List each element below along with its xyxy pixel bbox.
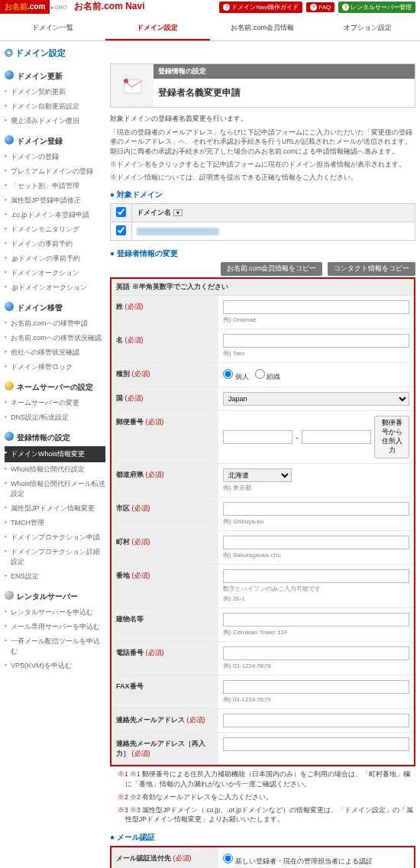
sidebar-item[interactable]: 一斉メール配信ツールを申込む (5, 634, 105, 659)
btn-guide[interactable]: ?ドメインNavi操作ガイド (219, 2, 302, 13)
sidebar-item[interactable]: 廃止済みドメイン復旧 (5, 114, 105, 128)
btn-faq[interactable]: ?FAQ (306, 2, 334, 12)
sidebar-item[interactable]: ドメインプロテクション詳細設定 (5, 545, 105, 569)
sidebar-item[interactable]: TMCH管理 (5, 516, 105, 530)
radio-kind-org[interactable]: 組織 (255, 373, 281, 381)
checkbox-all[interactable] (116, 207, 126, 217)
sidebar-item[interactable]: VPS(KVM)を申込む (5, 659, 105, 673)
label-fax: FAX番号 (111, 675, 218, 708)
domain-name-cell[interactable]: xxxxxxx.xxx (132, 222, 415, 241)
sidebar-item[interactable]: お名前.comへの移管状況確認 (5, 331, 105, 345)
sidebar-item-whois-change[interactable]: ドメインWhois情報変更 (5, 446, 105, 462)
sidebar-item[interactable]: 属性型JP登録申請修正 (5, 193, 105, 208)
sidebar-item[interactable]: プレミアムドメインの登録 (5, 164, 105, 179)
sidebar-item[interactable]: ドメインの事前予約 (5, 237, 105, 251)
label-tel: 電話番号 (必須) (111, 642, 218, 675)
sidebar-item[interactable]: ドメイン契約更新 (5, 85, 105, 99)
label-town: 町村 (必須) (111, 531, 218, 564)
sidebar-item[interactable]: ドメインの登録 (5, 150, 105, 164)
hint: 例) 26-1 (223, 594, 409, 603)
btn-rental[interactable]: ?レンタルサーバー管理 (338, 2, 415, 13)
intro-text: 対象ドメインの登録者名義変更を行います。 (110, 114, 415, 125)
sidebar-item[interactable]: レンタルサーバーを申込む (5, 605, 105, 620)
tab-options[interactable]: オプション設定 (315, 17, 421, 40)
input-postal2[interactable] (302, 430, 371, 444)
sidebar-item[interactable]: ドメインモニタリング (5, 222, 105, 237)
sidebar-group-reginfo: 登録情報の設定 (5, 429, 105, 446)
intro-text: ※ドメイン名をクリックすると下記申請フォームに現在のドメイン担当者情報が表示され… (110, 160, 415, 170)
sidebar-group-rental: レンタルサーバー (5, 588, 105, 605)
checkbox-domain[interactable] (116, 225, 126, 235)
sidebar-item[interactable]: お名前.comへの移管申請 (5, 316, 105, 331)
intro-text: ※ドメイン情報については、証明書を提出できる正確な情報をご入力ください。 (110, 173, 415, 183)
sidebar-item[interactable]: ドメインオークション (5, 266, 105, 280)
input-mail2[interactable] (223, 737, 409, 751)
tab-member-info[interactable]: お名前.com会員情報 (210, 17, 315, 40)
sidebar-item[interactable]: .jpドメインオークション (5, 280, 105, 295)
sidebar-item[interactable]: Whois情報公開代行メール転送設定 (5, 477, 105, 501)
header: お名前.com▸GMO お名前.com Navi ?ドメインNavi操作ガイド … (0, 0, 420, 17)
header-buttons: ?ドメインNavi操作ガイド ?FAQ ?レンタルサーバー管理 (218, 2, 415, 13)
sidebar-item[interactable]: ENS設定 (5, 569, 105, 584)
input-fax[interactable] (223, 680, 409, 694)
hint: 例) Sakuragaoka-cho (223, 551, 409, 559)
footnote: ※3 ※3 属性型JPドメイン（.co.jp、.or.jpドメインなど）の情報変… (118, 805, 415, 825)
section-title: ドメイン設定 (0, 41, 420, 63)
sidebar-item[interactable]: ドメインプロテクション申請 (5, 530, 105, 545)
tab-domain-list[interactable]: ドメイン一覧 (0, 17, 105, 40)
label-mail: 連絡先メールアドレス (必須) (111, 709, 218, 732)
label-bldg: 建物名等 (111, 608, 218, 641)
input-addr[interactable] (223, 569, 409, 583)
card-subtitle: 登録情報の設定 (153, 64, 415, 79)
heading-target-domain: 対象ドメイン (110, 189, 415, 200)
input-town[interactable] (223, 536, 409, 549)
btn-copy-member[interactable]: お名前.com会員情報をコピー (221, 262, 322, 276)
question-icon: ? (342, 4, 349, 11)
sidebar-item[interactable]: ネームサーバーの変更 (5, 396, 105, 410)
input-tel[interactable] (223, 646, 409, 660)
domain-table: ドメイン名 ▼ xxxxxxx.xxx (110, 203, 415, 241)
select-pref[interactable]: 北海道 (223, 468, 292, 482)
label-city: 市区 (必須) (111, 497, 218, 530)
label-country: 国 (必須) (111, 387, 218, 410)
sort-icon[interactable]: ▼ (173, 209, 183, 216)
tab-domain-settings[interactable]: ドメイン設定 (105, 17, 211, 40)
sidebar-item[interactable]: ドメイン移管ロック (5, 360, 105, 374)
label-pref: 都道府県 (必須) (111, 464, 218, 497)
hint: 例) Onamae (223, 316, 409, 324)
label-sei: 姓 (必須) (111, 296, 218, 329)
logo-sub: ▸GMO (51, 5, 67, 10)
mail-auth-box: メール認証送付先 (必須) 新しい登録者・現在の管理担当者による認証 新しい登録… (110, 846, 415, 868)
sidebar-item[interactable]: 属性型JPドメイン情報変更 (5, 501, 105, 516)
input-mei[interactable] (223, 334, 409, 348)
hint: 数字とハイフンのみご入力可能です (223, 585, 409, 593)
sidebar-item[interactable]: Whois情報公開代行設定 (5, 462, 105, 477)
btn-postal-lookup[interactable]: 郵便番号から住所入力 (374, 416, 409, 458)
note-icon (111, 64, 153, 107)
input-postal1[interactable] (223, 430, 292, 444)
sidebar-item[interactable]: 他社への移管状況確認 (5, 345, 105, 360)
question-icon: ? (310, 4, 317, 11)
radio-auth-admin[interactable]: 新しい登録者・現在の管理担当者による認証 (223, 857, 373, 865)
select-country[interactable]: Japan (223, 392, 409, 406)
input-city[interactable] (223, 502, 409, 516)
sidebar-item[interactable]: ドメイン自動更新設定 (5, 99, 105, 114)
sidebar-item[interactable]: メール専用サーバーを申込む (5, 620, 105, 634)
input-mail[interactable] (223, 714, 409, 727)
footnote: ※2 ※2 有効なメールアドレスをご入力ください。 (118, 792, 415, 802)
input-sei[interactable] (223, 300, 409, 314)
hint: 例) Taro (223, 349, 409, 358)
hint: 例) 03-1234-5679 (223, 695, 409, 704)
sidebar-group-renew: ドメイン更新 (5, 68, 105, 85)
sidebar-item[interactable]: .jpドメインの事前予約 (5, 251, 105, 266)
sidebar-item[interactable]: DNS設定/転送設定 (5, 410, 105, 425)
sidebar-item[interactable]: .co.jpドメイン本登録申請 (5, 208, 105, 222)
input-bldg[interactable] (223, 613, 409, 627)
sidebar-item[interactable]: 「セット割」申請管理 (5, 179, 105, 193)
btn-copy-contact[interactable]: コンタクト情報をコピー (328, 262, 415, 276)
hint: 例) 東京都 (223, 484, 409, 492)
radio-kind-personal[interactable]: 個人 (223, 373, 249, 381)
registrant-form: 英語 ※半角英数字でご入力ください 姓 (必須)例) Onamae 名 (必須)… (110, 277, 415, 766)
intro-text: 「現在の登録者のメールアドレス」ならびに下記申請フォームにご入力いただいた「変更… (110, 128, 415, 157)
label-postal: 郵便番号 (必須) (111, 411, 218, 463)
